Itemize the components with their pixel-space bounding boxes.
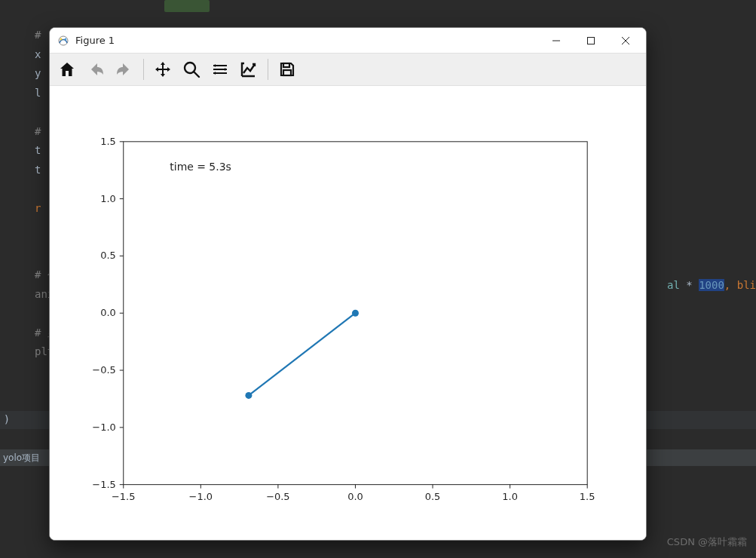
close-button[interactable] — [608, 28, 643, 54]
toolbar-separator — [143, 59, 144, 80]
svg-text:0.0: 0.0 — [100, 307, 116, 318]
svg-point-36 — [245, 392, 252, 399]
toolbar-separator — [268, 59, 268, 80]
svg-text:−0.5: −0.5 — [266, 491, 289, 502]
minimize-button[interactable] — [539, 28, 574, 54]
figure-window: Figure 1 — [49, 27, 647, 541]
edit-axes-icon[interactable] — [236, 57, 262, 82]
svg-rect-6 — [283, 70, 291, 75]
watermark: CSDN @落叶霜霜 — [667, 535, 747, 549]
svg-text:1.0: 1.0 — [502, 491, 518, 502]
window-title: Figure 1 — [75, 35, 115, 46]
svg-text:0.5: 0.5 — [100, 250, 116, 261]
svg-text:−0.5: −0.5 — [92, 364, 115, 376]
svg-text:−1.5: −1.5 — [92, 479, 115, 490]
svg-rect-3 — [588, 37, 595, 44]
svg-rect-5 — [283, 63, 289, 67]
ide-code-right: al * 1000, bli — [667, 279, 756, 291]
svg-text:0.5: 0.5 — [425, 491, 441, 502]
svg-text:−1.5: −1.5 — [112, 491, 135, 502]
svg-point-37 — [352, 310, 359, 317]
forward-icon[interactable] — [112, 57, 137, 82]
bottom-tab-label[interactable]: yolo项目 — [3, 452, 40, 463]
subplots-icon[interactable] — [207, 57, 233, 82]
ide-code-top: # x y l # t t r — [35, 26, 41, 218]
svg-text:1.0: 1.0 — [100, 193, 116, 204]
app-icon — [57, 35, 69, 47]
svg-text:1.5: 1.5 — [100, 136, 116, 147]
svg-text:−1.0: −1.0 — [92, 422, 115, 433]
chart-svg: −1.5−1.0−0.50.00.51.01.5−1.5−1.0−0.50.00… — [50, 86, 646, 540]
plot-area[interactable]: −1.5−1.0−0.50.00.51.01.5−1.5−1.0−0.50.00… — [50, 86, 646, 540]
save-icon[interactable] — [274, 57, 300, 82]
maximize-button[interactable] — [574, 28, 608, 54]
svg-point-2 — [65, 38, 67, 40]
svg-point-1 — [60, 38, 63, 40]
svg-text:time = 5.3s: time = 5.3s — [170, 161, 231, 173]
pan-icon[interactable] — [150, 57, 176, 82]
back-icon[interactable] — [83, 57, 109, 82]
zoom-icon[interactable] — [179, 57, 204, 82]
title-bar[interactable]: Figure 1 — [50, 28, 646, 54]
home-icon[interactable] — [54, 57, 80, 82]
svg-text:−1.0: −1.0 — [189, 491, 213, 502]
svg-text:1.5: 1.5 — [580, 491, 595, 502]
matplotlib-toolbar — [50, 54, 646, 86]
run-indicator — [164, 0, 210, 12]
svg-text:0.0: 0.0 — [347, 491, 363, 502]
